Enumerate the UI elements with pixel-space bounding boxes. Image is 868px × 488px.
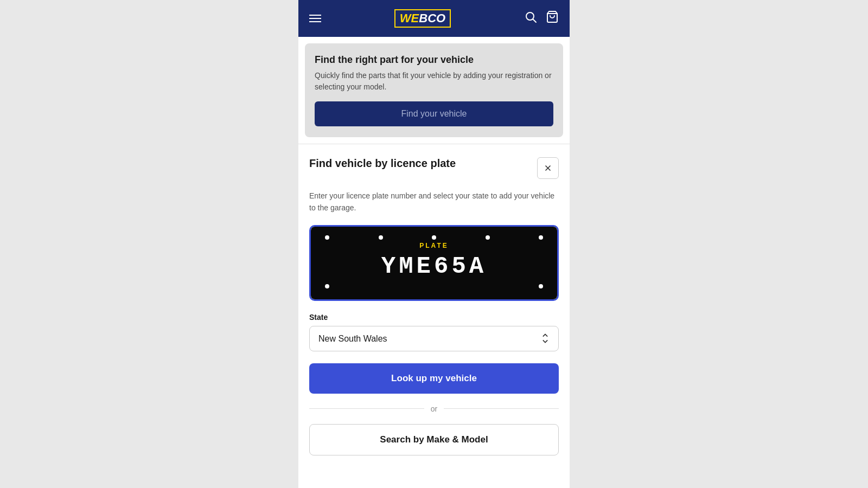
panel-description: Enter your licence plate number and sele…: [309, 190, 559, 214]
logo-bco-text: BCO: [419, 11, 445, 25]
plate-dot-t1: [379, 235, 383, 240]
plate-top-dots: [322, 235, 546, 240]
state-label: State: [309, 313, 559, 322]
header-icons: [524, 10, 559, 27]
licence-plate-container: PLATE YME65A: [309, 225, 559, 301]
panel-title: Find vehicle by licence plate: [309, 157, 537, 170]
find-vehicle-button[interactable]: Find your vehicle: [315, 101, 553, 126]
close-button[interactable]: [537, 157, 559, 179]
logo-we-text: WE: [400, 11, 419, 25]
plate-number: YME65A: [322, 253, 546, 280]
plate-dot-tr: [539, 235, 543, 240]
promo-banner: Find the right part for your vehicle Qui…: [305, 43, 563, 137]
divider-text: or: [431, 404, 437, 413]
promo-title: Find the right part for your vehicle: [315, 54, 553, 66]
page-wrapper: WEBCO Find: [0, 0, 868, 488]
lookup-button[interactable]: Look up my vehicle: [309, 363, 559, 394]
menu-icon[interactable]: [309, 15, 321, 22]
find-vehicle-panel: Find vehicle by licence plate Enter your…: [298, 144, 570, 488]
plate-label: PLATE: [322, 242, 546, 249]
promo-description: Quickly find the parts that fit your veh…: [315, 70, 553, 93]
panel-header: Find vehicle by licence plate: [309, 157, 559, 179]
mobile-frame: WEBCO Find: [298, 0, 570, 488]
plate-dot-bl: [325, 284, 329, 288]
plate-bottom-dots: [322, 284, 546, 288]
plate-dot-tl: [325, 235, 329, 240]
state-select[interactable]: New South Wales Victoria Queensland West…: [309, 326, 559, 351]
search-icon[interactable]: [524, 10, 537, 27]
svg-line-1: [533, 20, 537, 23]
logo: WEBCO: [394, 9, 451, 28]
divider-line-right: [444, 408, 559, 409]
plate-dot-br: [539, 284, 543, 288]
plate-dot-t2: [432, 235, 436, 240]
divider-line-left: [309, 408, 424, 409]
licence-plate: PLATE YME65A: [311, 227, 557, 299]
cart-icon[interactable]: [546, 10, 559, 27]
plate-dot-t3: [486, 235, 490, 240]
header: WEBCO: [298, 0, 570, 37]
make-model-button[interactable]: Search by Make & Model: [309, 424, 559, 455]
divider: or: [309, 404, 559, 413]
